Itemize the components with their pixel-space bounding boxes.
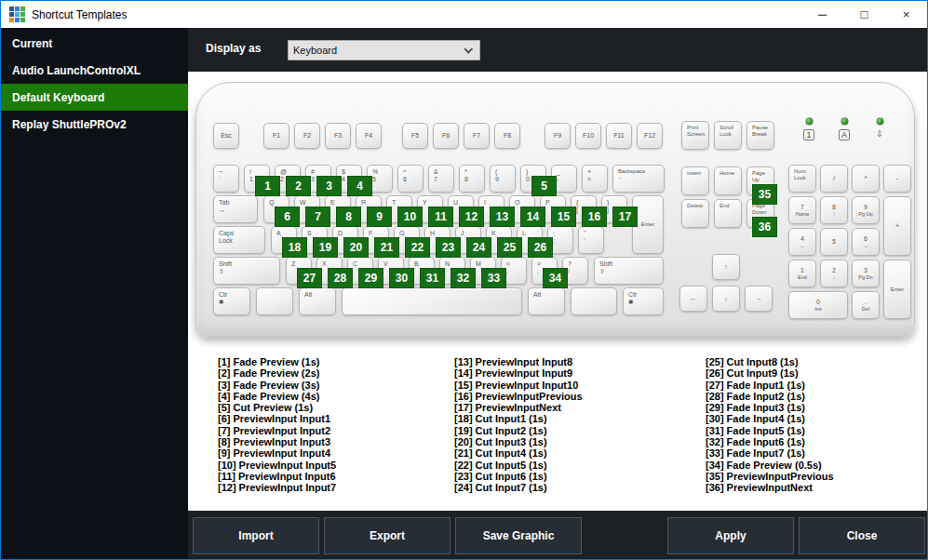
legend-line: [35] PreviewInputPrevious	[706, 471, 928, 482]
import-button[interactable]: Import	[193, 517, 319, 554]
shortcut-badge-14: 14	[520, 207, 545, 227]
key-caps-lock: CapsLock	[213, 226, 265, 254]
key-label: M	[471, 258, 495, 268]
key-np-plus: +	[883, 196, 911, 256]
key-label: R	[356, 196, 381, 207]
key-label: -	[896, 175, 898, 182]
app-icon-cell	[15, 12, 20, 17]
sidebar-item-audio-launchcontrolxl[interactable]: Audio LaunchControlXL	[1, 57, 188, 84]
key-label: 9Pg Up	[858, 204, 872, 217]
shortcut-badge-31: 31	[420, 268, 445, 288]
display-as-select[interactable]: Keyboard	[288, 40, 480, 60]
key-label: S	[303, 227, 327, 237]
key-f7: F7	[464, 123, 490, 149]
legend-line: [2] Fade Preview (2s)	[218, 367, 451, 379]
scroll-lock-led: ⇩	[869, 117, 890, 139]
key-label: F	[364, 227, 388, 237]
key-np-1: 1End	[788, 260, 816, 287]
key-label: B	[410, 258, 434, 268]
key-grave: ~`	[213, 165, 239, 193]
key-label: +=	[583, 166, 607, 183]
maximize-button[interactable]: □	[843, 1, 885, 28]
shortcut-badge-28: 28	[328, 268, 353, 288]
key-rshift: Shift⇧	[594, 257, 664, 285]
key-label: N	[440, 258, 464, 268]
key-label: &7	[429, 166, 453, 183]
sidebar-item-current[interactable]: Current	[1, 30, 188, 57]
key-label: ←	[691, 295, 697, 302]
key-np-enter: Enter	[883, 260, 911, 319]
key-label: F11	[613, 132, 625, 140]
legend-line: [3] Fade Preview (3s)	[218, 380, 451, 391]
legend-line: [5] Cut Preview (1s)	[218, 402, 451, 413]
app-icon-cell	[15, 18, 20, 22]
key-label: ~`	[214, 166, 238, 183]
key-label: ScrollLock	[715, 122, 741, 138]
legend-line: [34] Fade Preview (0.5s)	[706, 460, 928, 471]
legend-line: [25] Cut Input8 (1s)	[706, 356, 928, 367]
key-lctrl: Ctr✱	[213, 287, 250, 315]
key-f8: F8	[494, 123, 520, 149]
key-label: PrintScreen	[682, 122, 708, 138]
key-arrow-up: ↑	[712, 254, 740, 280]
key-label: Delete	[682, 200, 708, 209]
legend-line: [10] PreviewInput Input5	[218, 460, 451, 471]
close-button[interactable]: ×	[885, 1, 927, 28]
key-label: ^6	[398, 166, 423, 183]
key-np-5: 5	[820, 228, 848, 256]
save-graphic-button[interactable]: Save Graphic	[455, 517, 582, 554]
key-label: 5	[832, 238, 836, 246]
key-label: Alt	[300, 288, 335, 299]
shortcut-badge-1: 1	[255, 176, 280, 196]
template-list-sidebar: CurrentAudio LaunchControlXLDefault Keyb…	[1, 28, 188, 560]
app-icon-cell	[9, 12, 14, 17]
legend-line: [6] PreviewInput Input1	[218, 413, 451, 424]
key-rwin	[571, 287, 617, 315]
key-np-6: 6→	[852, 228, 880, 256]
export-button[interactable]: Export	[324, 517, 451, 554]
key-lwin	[256, 287, 293, 315]
minimize-button[interactable]: ─	[801, 1, 843, 28]
shortcut-badge-3: 3	[316, 176, 342, 196]
shortcut-badge-34: 34	[543, 268, 568, 288]
key-num-lock: NumLock	[788, 165, 816, 193]
legend-line: [21] Cut Input4 (1s)	[454, 447, 687, 459]
key-label: C	[348, 258, 372, 268]
shortcut-badge-10: 10	[397, 207, 423, 227]
key-label: D	[333, 227, 357, 237]
template-preview-area: EscF1F2F3F4F5F6F7F8F9F10F11F12PrintScree…	[188, 72, 927, 511]
close-button[interactable]: Close	[799, 517, 925, 554]
key-label: *8	[460, 166, 484, 183]
key-label: Enter	[891, 287, 904, 293]
shortcut-badge-24: 24	[466, 237, 491, 258]
key-label: Shift⇧	[595, 258, 663, 275]
key-f9: F9	[545, 123, 571, 149]
shortcut-badge-9: 9	[367, 207, 392, 227]
chevron-down-icon	[464, 45, 473, 54]
key-label: E	[326, 196, 350, 207]
key-label: Insert	[682, 167, 708, 177]
key-np-4: 4←	[788, 228, 816, 256]
apply-button[interactable]: Apply	[667, 517, 794, 554]
key-label: 8↑	[832, 204, 836, 217]
led-dot	[876, 117, 884, 126]
legend-line: [28] Fade Input2 (1s)	[706, 391, 928, 402]
key-f1: F1	[263, 123, 289, 149]
sidebar-item-default-keyboard[interactable]: Default Keyboard	[1, 84, 188, 111]
shortcut-badge-33: 33	[481, 268, 506, 288]
led-icon: A	[839, 129, 850, 140]
shortcut-badge-17: 17	[612, 207, 638, 227]
legend-line: [14] PreviewInput Input9	[454, 367, 687, 379]
shortcut-badge-26: 26	[528, 237, 553, 258]
window-title: Shortcut Templates	[32, 8, 128, 21]
sidebar-item-replay-shuttleprov2[interactable]: Replay ShuttlePROv2	[1, 111, 188, 138]
legend-line: [32] Fade Input6 (1s)	[706, 436, 928, 447]
key-7: &7	[428, 165, 454, 193]
legend-line: [1] Fade Preview (1s)	[218, 356, 451, 367]
key-label: F1	[273, 132, 280, 140]
key-6: ^6	[397, 165, 424, 193]
key-label: G	[395, 227, 419, 237]
key-tab: Tab↔	[213, 195, 258, 223]
app-icon-cell	[9, 7, 14, 11]
key-label: J	[456, 227, 480, 237]
